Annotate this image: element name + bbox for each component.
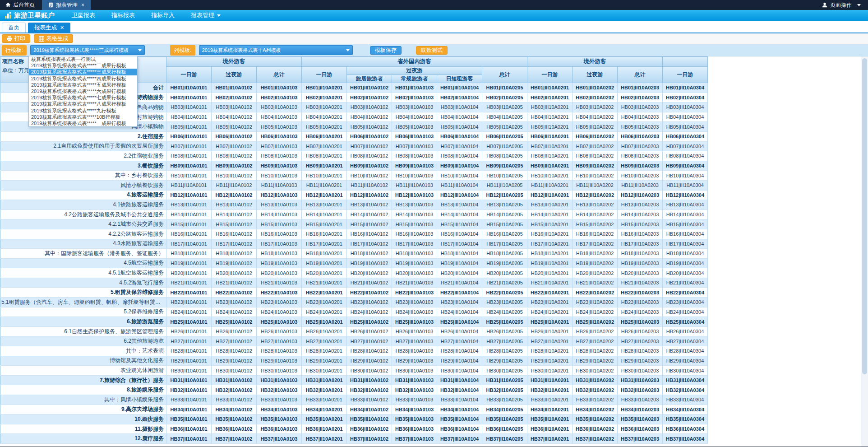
code-cell: HB19|II10A0101 [166, 258, 212, 268]
dropdown-option[interactable]: 2019核算系统报表格式表*****四成果行模板 [29, 75, 137, 82]
code-cell: HB06|III10A0103 [392, 131, 437, 141]
menu-item-1[interactable]: 卫星报表 [64, 11, 103, 19]
tab-report-generate[interactable]: 报表生成 ✕ [28, 23, 70, 33]
table-row[interactable]: 风情小镇餐饮服务HB11|II10A0101HB11|II10A0102HB11… [0, 180, 708, 190]
topbar-tab-report-manage[interactable]: 报表管理 × [42, 0, 91, 10]
dropdown-option[interactable]: 2019核算系统报表格式表*****七成果行模板 [29, 94, 137, 101]
row-label: 9.高尔夫球场服务 [0, 405, 166, 414]
code-cell: HB11|III10A0102 [347, 180, 392, 190]
code-cell: HB37|III10A0304 [663, 434, 708, 444]
table-row[interactable]: 4.2.2公路旅客运输服务HB16|II10A0101HB16|II10A010… [0, 229, 708, 239]
table-row[interactable]: 5.租赁及保养维修服务HB22|II10A0101HB22|II10A0102H… [0, 288, 708, 298]
code-cell: HB20|III10A0304 [663, 268, 708, 278]
fetch-test-button[interactable]: 取数测试 [416, 46, 448, 55]
home-nav[interactable]: 后台首页 [0, 0, 40, 10]
menu-item-2[interactable]: 指标报表 [103, 11, 143, 19]
table-row[interactable]: 6.2其他旅游游览HB27|II10A0101HB27|II10A0102HB2… [0, 336, 708, 346]
menu-item-3[interactable]: 指标导入 [143, 11, 183, 19]
table-row[interactable]: 4.2.1城市公共交通服务HB15|II10A0101HB15|II10A010… [0, 219, 708, 229]
table-row[interactable]: 其中：乡村餐饮服务HB10|II10A0101HB10|II10A0102HB1… [0, 171, 708, 181]
table-row[interactable]: 3.餐饮服务HB09|II10A0101HB09|II10A0102HB09|I… [0, 161, 708, 171]
code-cell: HB22|II10A0101 [166, 288, 212, 298]
code-cell: HB24|III10A0203 [618, 307, 663, 317]
code-cell: HB25|III10A0202 [573, 317, 618, 327]
code-cell: HB24|III10A0304 [663, 307, 708, 317]
code-cell: HB23|II10A0102 [212, 298, 257, 307]
code-cell: HB37|III10A0102 [347, 434, 392, 444]
table-row[interactable]: 6.旅游游览服务HB25|II10A0101HB25|II10A0102HB25… [0, 317, 708, 327]
table-row[interactable]: 4.1铁路旅客运输服务HB13|II10A0101HB13|II10A0102H… [0, 200, 708, 210]
code-cell: HB24|II10A0101 [166, 307, 212, 317]
table-row[interactable]: 2.1自用或免费使用的用于度假的次要居所服务HB07|II10A0101HB07… [0, 141, 708, 151]
print-button[interactable]: 打印 [2, 34, 30, 43]
dropdown-option[interactable]: 2019核算系统报表格式表*****二成果行模板 [29, 62, 137, 69]
code-cell: HB17|II10A0102 [212, 239, 257, 249]
dropdown-option[interactable]: 2019核算系统报表格式表*****10B行模板 [29, 114, 137, 120]
table-row[interactable]: 5.2保养维修服务HB24|II10A0101HB24|II10A0102HB2… [0, 307, 708, 317]
table-row[interactable]: 其中：国际旅客运输服务（港务服务、签证服务）HB18|II10A0101HB18… [0, 249, 708, 259]
tab-home[interactable]: 首页 [2, 23, 26, 33]
row-label: 2.2住宿物业服务 [0, 151, 166, 161]
code-cell: HB23|II10A0201 [302, 298, 347, 307]
close-icon[interactable]: ✕ [60, 25, 64, 30]
table-row[interactable]: 2.住宿服务HB06|II10A0101HB06|II10A0102HB06|I… [0, 131, 708, 141]
col-template-select[interactable]: 2019核算系统报表格式表十A列模板 [199, 45, 353, 55]
code-cell: HB04|III10A0202 [573, 112, 618, 122]
table-row[interactable]: 12.康疗服务HB37|II10A0101HB37|II10A0102HB37|… [0, 434, 708, 444]
dropdown-option[interactable]: 2019核算系统报表格式表*****五成果行模板 [29, 82, 137, 88]
dropdown-option[interactable]: 2019核算系统报表格式表*****六成果行模板 [29, 88, 137, 94]
code-cell: HB10|II10A0102 [212, 171, 257, 181]
code-cell: HB22|III10A0102 [347, 288, 392, 298]
template-save-button[interactable]: 模板保存 [370, 46, 402, 55]
code-cell: HB22|II10A0103 [257, 288, 302, 298]
row-template-select[interactable]: 2019核算系统报表格式表*****三成果行模板 [30, 45, 145, 55]
table-row[interactable]: 5.1租赁服务（含汽车、房车、游艇的租赁、帆船、摩托艇等租赁服务）HB23|II… [0, 298, 708, 307]
code-cell: HB32|II10A0103 [257, 385, 302, 395]
code-cell: HB03|II10A0205 [482, 102, 527, 112]
code-cell: HB29|III10A0102 [347, 356, 392, 366]
scrollbar-thumb[interactable] [862, 58, 867, 374]
code-cell: HB01|III10A0104 [437, 83, 482, 93]
dropdown-option[interactable]: 2019核算系统报表格式表*****八成果行模板 [29, 101, 137, 107]
code-cell: HB30|III10A0103 [392, 366, 437, 376]
table-row[interactable]: 9.高尔夫球场服务HB34|II10A0101HB34|II10A0102HB3… [0, 405, 708, 414]
code-cell: HB10|III10A0304 [663, 171, 708, 181]
dropdown-option[interactable]: 2019核算系统报表格式表*****九行模板 [29, 107, 137, 114]
table-row[interactable]: 博物馆及其他文化服务HB29|II10A0101HB29|II10A0102HB… [0, 356, 708, 366]
table-row[interactable]: 8.旅游娱乐服务HB32|II10A0101HB32|II10A0102HB32… [0, 385, 708, 395]
table-row[interactable]: 6.1自然生态保护服务、旅游景区管理服务HB26|II10A0101HB26|I… [0, 326, 708, 336]
close-icon[interactable]: × [81, 2, 84, 8]
code-cell: HB28|II10A0101 [166, 346, 212, 356]
code-cell: HB35|II10A0205 [482, 414, 527, 424]
chevron-down-icon [138, 49, 142, 51]
dropdown-option[interactable]: 核算系统报表格式表—行测试 [29, 56, 137, 62]
table-row[interactable]: 4.2公路旅客运输服务及城市公共交通服务HB14|II10A0101HB14|I… [0, 210, 708, 219]
table-row[interactable]: 农业观光休闲旅游HB30|II10A0101HB30|II10A0102HB30… [0, 366, 708, 376]
table-row[interactable]: 4.旅客运输服务HB12|II10A0101HB12|II10A0102HB12… [0, 190, 708, 200]
table-row[interactable]: 4.3水路旅客运输服务HB17|II10A0101HB17|II10A0102H… [0, 239, 708, 249]
dropdown-option[interactable]: 2019核算系统报表格式表*****一成果行模板 [29, 120, 137, 126]
table-row[interactable]: 其中：艺术表演HB28|II10A0101HB28|II10A0102HB28|… [0, 346, 708, 356]
table-row[interactable]: 4.5航空运输服务HB19|II10A0101HB19|II10A0102HB1… [0, 258, 708, 268]
code-cell: HB33|III10A0202 [573, 395, 618, 405]
code-cell: HB16|III10A0104 [437, 229, 482, 239]
table-row[interactable]: 4.5.2游览飞行服务HB21|II10A0101HB21|II10A0102H… [0, 278, 708, 288]
code-cell: HB27|II10A0205 [482, 336, 527, 346]
code-cell: HB04|II10A0205 [482, 112, 527, 122]
table-row[interactable]: 其中：风情小镇娱乐服务HB33|II10A0101HB33|II10A0102H… [0, 395, 708, 405]
menu-item-4[interactable]: 报表管理 [183, 11, 229, 19]
row-label: 4.2公路旅客运输服务及城市公共交通服务 [0, 210, 166, 219]
code-cell: HB36|III10A0201 [527, 424, 573, 434]
vertical-scrollbar[interactable] [861, 56, 868, 447]
table-generate-button[interactable]: 表格生成 [34, 34, 73, 43]
code-cell: HB08|II10A0103 [257, 151, 302, 161]
code-cell: HB05|III10A0202 [573, 122, 618, 132]
table-row[interactable]: 2.2住宿物业服务HB08|II10A0101HB08|II10A0102HB0… [0, 151, 708, 161]
table-row[interactable]: 10.婚庆服务HB35|II10A0101HB35|II10A0102HB35|… [0, 414, 708, 424]
table-row[interactable]: 7.旅游综合（旅行社）服务HB31|II10A0101HB31|II10A010… [0, 375, 708, 385]
table-icon [39, 36, 44, 42]
page-operations-menu[interactable]: 页面操作 [815, 0, 868, 10]
table-row[interactable]: 4.5.1航空旅客运输服务HB20|II10A0101HB20|II10A010… [0, 268, 708, 278]
table-row[interactable]: 11.摄影服务HB36|II10A0101HB36|II10A0102HB36|… [0, 424, 708, 434]
dropdown-option[interactable]: 2019核算系统报表格式表*****三成果行模板 [29, 69, 137, 75]
